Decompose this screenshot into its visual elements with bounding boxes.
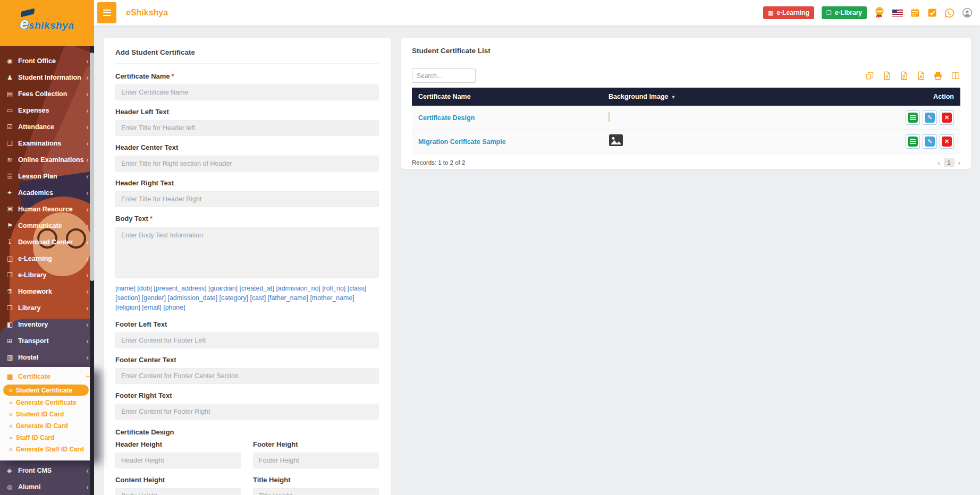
sidebar-item-front-cms[interactable]: ◈Front CMS‹ <box>0 462 94 479</box>
sidebar-item-online-examinations[interactable]: ≋Online Examinations‹ <box>0 151 94 168</box>
sidebar-item-academics[interactable]: ✦Academics‹ <box>0 184 94 201</box>
sidebar-item-label: Certificate <box>18 373 50 380</box>
submenu-student-certificate[interactable]: »Student Certificate <box>3 385 89 396</box>
header-right-input[interactable] <box>115 191 379 207</box>
copy-icon[interactable] <box>865 71 874 80</box>
delete-x-icon: ✕ <box>942 136 952 147</box>
details-button[interactable] <box>906 134 920 149</box>
sidebar-item-communicate[interactable]: ⚑Communicate‹ <box>0 217 94 234</box>
page-number-button[interactable]: 1 <box>944 158 954 167</box>
certificate-menu-group: ▦ Certificate › »Student Certificate »Ge… <box>0 367 94 460</box>
tasks-check-icon[interactable] <box>927 8 937 18</box>
sidebar-item-student-information[interactable]: ♟Student Information‹ <box>0 69 94 86</box>
sidebar-scrollbar[interactable] <box>90 46 94 495</box>
body-text-textarea[interactable] <box>115 227 379 278</box>
header-left-label: Header Left Text <box>115 108 379 116</box>
chevron-left-icon: ‹ <box>86 139 89 148</box>
column-header-certificate-name[interactable]: Certificate Name <box>412 93 602 100</box>
certificate-link[interactable]: Certificate Design <box>418 114 475 122</box>
whatsapp-icon[interactable] <box>944 8 954 18</box>
sidebar-item-download-center[interactable]: ↧Download Center‹ <box>0 234 94 250</box>
required-asterisk: * <box>150 215 153 223</box>
chevron-left-icon: ‹ <box>86 73 89 82</box>
next-page-button[interactable]: › <box>958 159 960 167</box>
menu-toggle-button[interactable] <box>97 2 116 23</box>
account-circle-icon[interactable] <box>962 7 973 18</box>
submenu-staff-id-card[interactable]: »Staff ID Card <box>0 432 94 443</box>
sidebar-item-label: e-Library <box>18 271 47 279</box>
submenu-student-id-card[interactable]: »Student ID Card <box>0 408 94 420</box>
sidebar-item-alumni[interactable]: ◎Alumni‹ <box>0 479 94 495</box>
medal-icon[interactable] <box>874 7 885 19</box>
e-learning-button-label: e-Learning <box>776 9 809 16</box>
sidebar-item-hostel[interactable]: ▥Hostel‹ <box>0 349 94 365</box>
certificate-design-section-label: Certificate Design <box>115 428 379 436</box>
edit-button[interactable]: ✎ <box>923 134 937 149</box>
column-header-background-image[interactable]: Background Image▼ <box>602 93 870 100</box>
sidebar-item-lesson-plan[interactable]: ☰Lesson Plan‹ <box>0 168 94 184</box>
form-panel-title: Add Student Certificate <box>115 48 379 64</box>
prev-page-button[interactable]: ‹ <box>937 159 940 167</box>
certificate-name-input[interactable] <box>115 84 379 100</box>
footer-right-input[interactable] <box>115 404 379 420</box>
sidebar-item-e-library[interactable]: ❐e-Library‹ <box>0 267 94 283</box>
delete-button[interactable]: ✕ <box>940 134 954 149</box>
export-csv-icon[interactable] <box>899 71 908 80</box>
sidebar-nav: ◉Front Office‹ ♟Student Information‹ ▤Fe… <box>0 46 94 495</box>
background-image-empty-thumb[interactable] <box>609 112 610 122</box>
delete-button[interactable]: ✕ <box>940 110 954 125</box>
header-left-input[interactable] <box>115 120 379 136</box>
sidebar-item-certificate[interactable]: ▦ Certificate › <box>0 369 94 385</box>
sidebar-item-library[interactable]: ❒Library‹ <box>0 300 94 316</box>
background-image-thumb-icon[interactable] <box>609 134 623 147</box>
footer-left-input[interactable] <box>115 332 379 348</box>
language-us-flag-icon[interactable] <box>892 10 903 16</box>
sidebar-item-human-resource[interactable]: ⌘Human Resource‹ <box>0 201 94 217</box>
submenu-label: Student Certificate <box>16 387 73 394</box>
submenu-marker: » <box>9 446 13 453</box>
e-learning-button[interactable]: ▦ e-Learning <box>763 6 814 19</box>
export-pdf-icon[interactable] <box>916 71 925 80</box>
online-examinations-icon: ≋ <box>7 156 18 164</box>
table-row: Migration Cerificate Sample ✎ ✕ <box>412 130 960 153</box>
certificate-link[interactable]: Migration Cerificate Sample <box>418 138 506 146</box>
brand-logo[interactable]: eshikshya <box>20 14 74 32</box>
sidebar-item-attendance[interactable]: ☑Attendance‹ <box>0 118 94 135</box>
content-height-input[interactable] <box>115 488 241 495</box>
transport-icon: ⊞ <box>7 337 18 345</box>
chevron-left-icon: ‹ <box>86 172 89 181</box>
edit-button[interactable]: ✎ <box>923 110 937 125</box>
sidebar-item-e-learning[interactable]: ◫e-Learning‹ <box>0 250 94 267</box>
submenu-label: Generate ID Card <box>16 422 68 430</box>
sidebar-item-expenses[interactable]: ▭Expenses‹ <box>0 102 94 118</box>
title-height-input[interactable] <box>253 488 379 495</box>
sidebar-item-inventory[interactable]: ◧Inventory‹ <box>0 316 94 332</box>
chevron-left-icon: ‹ <box>86 106 89 115</box>
header-height-input[interactable] <box>115 453 241 468</box>
print-icon[interactable] <box>933 71 943 80</box>
sidebar-scrollbar-thumb[interactable] <box>90 53 94 281</box>
export-excel-icon[interactable] <box>882 71 891 80</box>
e-library-button[interactable]: ❐ e-Library <box>822 6 867 19</box>
header-center-input[interactable] <box>115 156 379 172</box>
sidebar-item-label: Fees Collection <box>18 90 67 98</box>
calendar-icon[interactable] <box>910 8 920 18</box>
column-visibility-icon[interactable] <box>951 71 960 80</box>
column-header-action: Action <box>870 93 960 100</box>
submenu-generate-certificate[interactable]: »Generate Certificate <box>0 397 94 408</box>
submenu-generate-staff-id-card[interactable]: »Generate Staff ID Card <box>0 443 94 455</box>
e-library-button-label: e-Library <box>835 9 862 16</box>
header-right-label: Header Right Text <box>115 179 379 187</box>
sidebar-item-examinations[interactable]: ❏Examinations‹ <box>0 135 94 151</box>
submenu-generate-id-card[interactable]: »Generate ID Card <box>0 420 94 432</box>
footer-center-input[interactable] <box>115 368 379 384</box>
details-button[interactable] <box>906 110 920 125</box>
sidebar-item-transport[interactable]: ⊞Transport‹ <box>0 332 94 349</box>
sidebar-item-homework[interactable]: ⚗Homework‹ <box>0 283 94 300</box>
footer-height-input[interactable] <box>253 453 379 468</box>
chevron-left-icon: ‹ <box>86 271 89 279</box>
search-input[interactable] <box>412 69 476 83</box>
sidebar-item-front-office[interactable]: ◉Front Office‹ <box>0 53 94 69</box>
sidebar-logo-block: eshikshya <box>0 0 94 46</box>
sidebar-item-fees-collection[interactable]: ▤Fees Collection‹ <box>0 86 94 102</box>
